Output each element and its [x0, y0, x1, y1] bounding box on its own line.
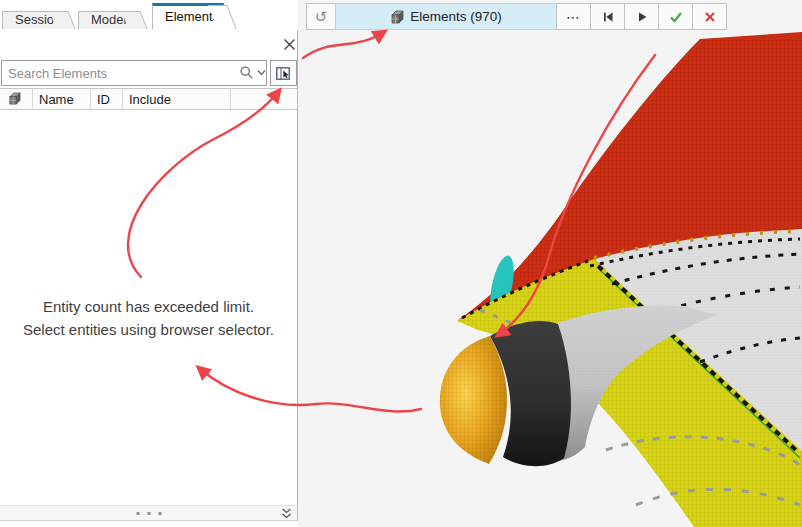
more-options-button[interactable]: ⋯ [556, 3, 591, 30]
undo-selection-button[interactable]: ↺ [306, 3, 336, 30]
limit-message-line1: Entity count has exceeded limit. [0, 295, 297, 318]
skip-to-start-icon [600, 9, 616, 25]
reject-button[interactable] [692, 3, 727, 30]
limit-message: Entity count has exceeded limit. Select … [0, 295, 297, 341]
red-x-icon [702, 9, 718, 25]
collapse-double-chevron-icon[interactable] [281, 508, 292, 520]
panel-right-border [297, 30, 298, 521]
resize-grip[interactable] [136, 512, 161, 515]
play-icon [634, 9, 650, 25]
browser-selector-button[interactable] [270, 60, 297, 86]
column-entity-icon[interactable] [0, 89, 33, 109]
element-cube-icon [390, 10, 404, 24]
close-icon [281, 36, 298, 53]
green-check-icon [668, 9, 684, 25]
confirm-button[interactable] [658, 3, 693, 30]
limit-message-line2: Select entities using browser selector. [0, 318, 297, 341]
advance-button[interactable] [624, 3, 659, 30]
tab-model-label: Model [91, 12, 126, 27]
browser-selector-icon [275, 65, 292, 82]
application-window: Session Model Elements ↺ Elements (970) … [0, 0, 802, 527]
search-input[interactable] [1, 60, 267, 86]
tab-elements-label: Elements [165, 9, 219, 24]
column-header-id[interactable]: ID [91, 89, 123, 109]
search-icon[interactable] [239, 65, 254, 80]
selection-field[interactable]: Elements (970) [335, 3, 557, 30]
search-options-chevron-icon[interactable] [257, 69, 266, 77]
elements-browser-panel: Name ID Include Entity count has exceede… [0, 29, 297, 521]
column-header-name[interactable]: Name [33, 89, 91, 109]
table-header: Name ID Include [0, 88, 297, 110]
column-header-include[interactable]: Include [123, 89, 231, 109]
reset-to-first-button[interactable] [590, 3, 625, 30]
selection-toolbar: ↺ Elements (970) ⋯ [306, 3, 727, 30]
panel-bottom-bar [0, 505, 297, 521]
more-options-icon: ⋯ [566, 10, 581, 24]
close-panel-button[interactable] [281, 36, 298, 53]
selection-field-label: Elements (970) [410, 9, 502, 24]
element-cube-icon [8, 92, 21, 105]
tab-session-label: Session [15, 12, 61, 27]
undo-icon: ↺ [315, 9, 328, 24]
tab-model[interactable]: Model [78, 11, 136, 29]
tab-session[interactable]: Session [2, 11, 64, 29]
tab-elements[interactable]: Elements [152, 3, 224, 29]
model-viewport[interactable] [298, 0, 802, 527]
